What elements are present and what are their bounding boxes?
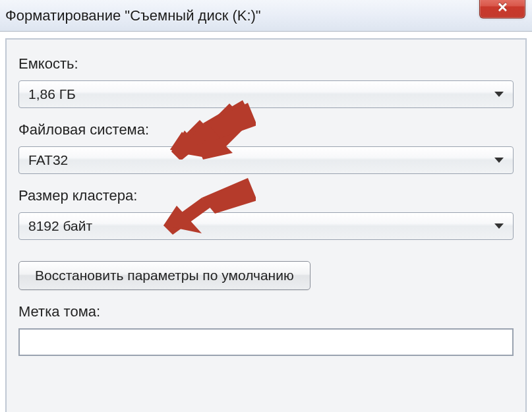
cluster-label: Размер кластера: [18,187,514,204]
titlebar: Форматирование "Съемный диск (K:)" ✕ [0,0,532,32]
chevron-down-icon [494,223,504,229]
close-button[interactable]: ✕ [479,0,525,18]
filesystem-dropdown[interactable]: FAT32 [18,146,514,174]
volume-label-label: Метка тома: [18,303,514,320]
cluster-value: 8192 байт [28,218,92,234]
capacity-label: Емкость: [18,55,514,73]
capacity-value: 1,86 ГБ [28,86,76,102]
filesystem-value: FAT32 [28,152,68,168]
filesystem-label: Файловая система: [18,121,514,138]
cluster-dropdown[interactable]: 8192 байт [18,212,514,240]
chevron-down-icon [494,158,504,163]
volume-label-input[interactable] [18,328,514,356]
window-title: Форматирование "Съемный диск (K:)" [5,7,261,24]
chevron-down-icon [494,92,504,97]
dialog-content: Емкость: 1,86 ГБ Файловая система: FAT32… [5,38,527,412]
close-icon: ✕ [497,1,508,14]
restore-defaults-button[interactable]: Восстановить параметры по умолчанию [18,261,310,290]
capacity-dropdown[interactable]: 1,86 ГБ [18,80,514,108]
